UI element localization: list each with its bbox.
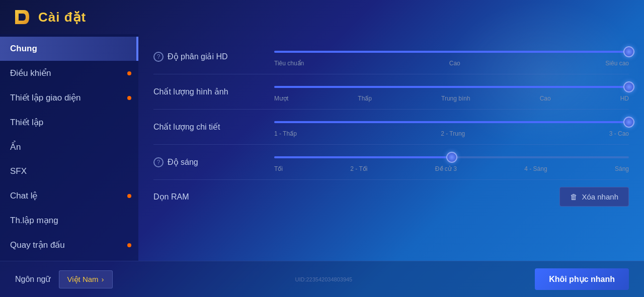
xoa-nhanh-button[interactable]: 🗑 Xóa nhanh	[559, 187, 629, 207]
sidebar-label-th-lap-mang: Th.lập mạng	[10, 215, 58, 226]
slider-track-chat-luong-chi-tiet	[274, 121, 629, 123]
sidebar-label-chat-le: Chat lệ	[10, 190, 37, 201]
sidebar-label-an: Ẩn	[10, 142, 21, 152]
slider-label-4-sang: 4 - Sáng	[524, 165, 547, 172]
setting-don-ram: Dọn RAM 🗑 Xóa nhanh	[153, 180, 629, 214]
slider-labels-chat-luong-chi-tiet: 1 - Thấp 2 - Trung 3 - Cao	[274, 130, 629, 137]
sidebar: Chung Điều khiển Thiết lập giao diện Thi…	[0, 34, 138, 261]
slider-label-muot: Mượt	[274, 95, 288, 102]
sidebar-item-quay-tran-dau[interactable]: Quay trận đấu	[0, 233, 138, 257]
language-value: Việt Nam	[67, 275, 99, 284]
setting-chat-luong-chi-tiet: Chất lượng chi tiết 1 - Thấp 2 - Trung 3…	[153, 110, 629, 145]
setting-do-phan-giai: ? Độ phân giải HD Tiêu chuẩn Cao Siê	[153, 39, 629, 74]
label-area-do-sang: ? Độ sáng	[153, 157, 274, 167]
label-do-phan-giai: Độ phân giải HD	[168, 52, 228, 61]
slider-track-container-chat-luong-chi-tiet[interactable]	[274, 117, 629, 127]
dot-thiet-lap-giao-dien	[127, 96, 131, 100]
label-don-ram: Dọn RAM	[153, 192, 189, 201]
main-layout: Chung Điều khiển Thiết lập giao diện Thi…	[0, 34, 644, 261]
logo-icon	[10, 6, 32, 28]
slider-labels-do-sang: Tối 2 - Tối Đề cử 3 4 - Sáng Sáng	[274, 165, 629, 172]
slider-track-do-phan-giai	[274, 51, 629, 53]
sidebar-item-dieu-khien[interactable]: Điều khiển	[0, 61, 138, 85]
app-container: Cài đặt Chung Điều khiển Thiết lập giao …	[0, 0, 644, 297]
header-title: Cài đặt	[38, 10, 86, 25]
label-chat-luong-chi-tiet: Chất lượng chi tiết	[153, 122, 220, 132]
slider-track-container-chat-luong-hinh-anh[interactable]	[274, 82, 629, 92]
setting-chat-luong-hinh-anh: Chất lượng hình ảnh Mượt Thấp Trung bình…	[153, 74, 629, 110]
xoa-nhanh-label: Xóa nhanh	[582, 192, 618, 201]
restore-label: Khôi phục nhanh	[549, 275, 615, 283]
slider-label-toi: Tối	[274, 165, 283, 172]
bottom-bar: Ngôn ngữ Việt Nam › UID:223542034803945 …	[0, 261, 644, 297]
slider-label-trung-binh: Trung bình	[441, 95, 470, 102]
sidebar-item-thiet-lap[interactable]: Thiết lập	[0, 110, 138, 135]
slider-thumb-do-phan-giai[interactable]	[623, 46, 634, 57]
slider-label-thap: Thấp	[358, 95, 372, 102]
label-chat-luong-hinh-anh: Chất lượng hình ảnh	[153, 87, 228, 96]
slider-label-tieu-chuan: Tiêu chuẩn	[274, 60, 304, 67]
khoi-phuc-nhanh-button[interactable]: Khôi phục nhanh	[535, 268, 629, 290]
slider-thumb-chat-luong-hinh-anh[interactable]	[623, 81, 634, 92]
slider-label-cao: Cao	[449, 60, 460, 67]
chevron-right-icon: ›	[102, 275, 104, 283]
dot-quay-tran-dau	[127, 243, 131, 247]
slider-label-2-toi: 2 - Tối	[350, 165, 367, 172]
slider-track-container-do-phan-giai[interactable]	[274, 47, 629, 57]
slider-thumb-chat-luong-chi-tiet[interactable]	[623, 117, 634, 128]
slider-label-cao: Cao	[540, 95, 551, 102]
slider-labels-do-phan-giai: Tiêu chuẩn Cao Siêu cao	[274, 60, 629, 67]
slider-track-do-sang	[274, 156, 629, 158]
slider-chat-luong-hinh-anh: Mượt Thấp Trung bình Cao HD	[274, 82, 629, 102]
sidebar-item-chung[interactable]: Chung	[0, 37, 138, 61]
slider-label-sieu-cao: Siêu cao	[605, 60, 629, 67]
slider-label-de-cu-3: Đề cử 3	[435, 165, 457, 172]
slider-label-2-trung: 2 - Trung	[441, 130, 465, 137]
slider-fill-chat-luong-chi-tiet	[274, 121, 629, 123]
sidebar-item-thiet-lap-giao-dien[interactable]: Thiết lập giao diện	[0, 85, 138, 110]
slider-label-hd: HD	[620, 95, 629, 102]
sidebar-label-thiet-lap: Thiết lập	[10, 117, 43, 128]
language-label: Ngôn ngữ	[15, 274, 51, 284]
sidebar-item-an[interactable]: Ẩn	[0, 135, 138, 159]
sidebar-label-thiet-lap-giao-dien: Thiết lập giao diện	[10, 92, 81, 103]
slider-thumb-do-sang[interactable]	[446, 152, 457, 163]
sidebar-item-sfx[interactable]: SFX	[0, 159, 138, 183]
language-button[interactable]: Việt Nam ›	[59, 270, 113, 288]
sidebar-label-quay-tran-dau: Quay trận đấu	[10, 240, 65, 250]
sidebar-label-sfx: SFX	[10, 166, 27, 176]
dot-dieu-khien	[127, 71, 131, 75]
label-area-chat-luong-hinh-anh: Chất lượng hình ảnh	[153, 87, 274, 96]
slider-track-container-do-sang[interactable]	[274, 152, 629, 162]
help-icon-do-sang[interactable]: ?	[153, 157, 164, 167]
label-area-don-ram: Dọn RAM	[153, 192, 274, 202]
slider-chat-luong-chi-tiet: 1 - Thấp 2 - Trung 3 - Cao	[274, 117, 629, 137]
dot-chat-le	[127, 194, 131, 198]
header: Cài đặt	[0, 0, 644, 34]
trash-icon: 🗑	[570, 192, 578, 201]
slider-track-chat-luong-hinh-anh	[274, 86, 629, 88]
slider-do-sang: Tối 2 - Tối Đề cử 3 4 - Sáng Sáng	[274, 152, 629, 172]
label-area-do-phan-giai: ? Độ phân giải HD	[153, 52, 274, 62]
slider-label-sang: Sáng	[615, 165, 629, 172]
sidebar-label-chung: Chung	[10, 44, 37, 54]
slider-label-3-cao: 3 - Cao	[609, 130, 629, 137]
content-area: ? Độ phân giải HD Tiêu chuẩn Cao Siê	[138, 34, 644, 261]
sidebar-item-th-lap-mang[interactable]: Th.lập mạng	[0, 208, 138, 233]
slider-labels-chat-luong-hinh-anh: Mượt Thấp Trung bình Cao HD	[274, 95, 629, 102]
slider-label-1-thap: 1 - Thấp	[274, 130, 297, 137]
uid-text: UID:223542034803945	[295, 276, 352, 282]
slider-fill-do-sang	[274, 156, 452, 158]
sidebar-item-chat-le[interactable]: Chat lệ	[0, 183, 138, 208]
setting-do-sang: ? Độ sáng Tối 2 - Tối Đề cử 3	[153, 145, 629, 180]
slider-do-phan-giai: Tiêu chuẩn Cao Siêu cao	[274, 47, 629, 67]
sidebar-label-dieu-khien: Điều khiển	[10, 68, 51, 78]
help-icon-do-phan-giai[interactable]: ?	[153, 52, 164, 62]
label-do-sang: Độ sáng	[168, 157, 198, 167]
slider-fill-chat-luong-hinh-anh	[274, 86, 629, 88]
label-area-chat-luong-chi-tiet: Chất lượng chi tiết	[153, 122, 274, 132]
slider-fill-do-phan-giai	[274, 51, 629, 53]
